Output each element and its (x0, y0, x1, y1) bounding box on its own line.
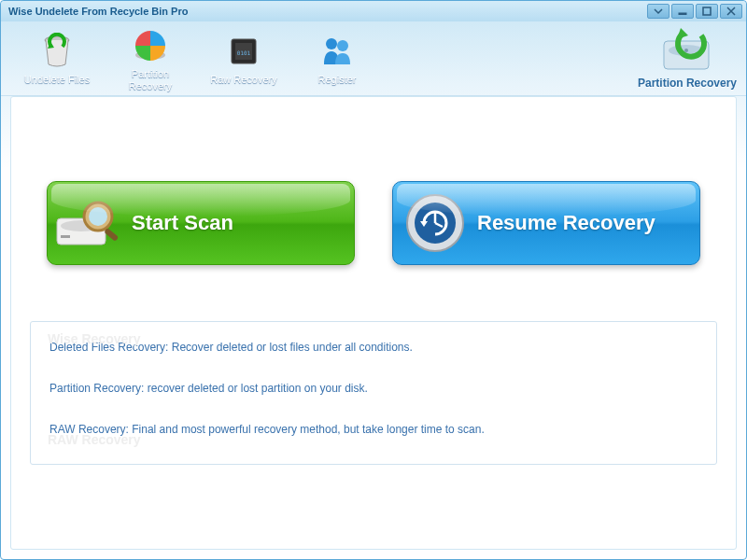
dropdown-button[interactable] (647, 4, 669, 19)
promo-label: Partition Recovery (638, 77, 737, 90)
toolbar-label: Raw Recovery (210, 74, 277, 85)
svg-rect-19 (104, 228, 119, 242)
toolbar-label: Undelete Files (24, 74, 90, 85)
svg-point-8 (326, 38, 337, 49)
svg-rect-0 (679, 13, 686, 15)
svg-rect-1 (703, 7, 711, 15)
start-scan-label: Start Scan (132, 211, 354, 235)
toolbar-label: Register (318, 74, 357, 85)
minimize-button[interactable] (671, 4, 694, 19)
window-controls (647, 4, 742, 19)
svg-rect-16 (61, 235, 70, 238)
toolbar-partition-recovery-promo[interactable]: Partition Recovery (638, 28, 737, 90)
history-icon (393, 191, 477, 255)
svg-text:0101: 0101 (237, 49, 251, 56)
toolbar-label: Partition Recovery (129, 68, 172, 91)
info-deleted-files: Deleted Files Recovery: Recover deleted … (49, 341, 698, 354)
toolbar-partition-recovery[interactable]: Partition Recovery (104, 25, 197, 91)
window-title: Wise Undelete From Recycle Bin Pro (8, 6, 188, 17)
action-buttons-row: Start Scan Resume Recovery (30, 181, 717, 265)
maximize-icon (702, 7, 712, 16)
svg-point-9 (337, 40, 348, 51)
toolbar-raw-recovery[interactable]: 0101 Raw Recovery (197, 31, 290, 85)
toolbar-register[interactable]: Register (290, 31, 384, 85)
toolbar-undelete-files[interactable]: Undelete Files (10, 31, 104, 85)
scan-icon (48, 194, 132, 252)
close-button[interactable] (720, 4, 742, 19)
info-box: Wise Recovery Deleted Files Recovery: Re… (30, 321, 717, 465)
content-panel: Start Scan Resume Recovery Wise R (10, 96, 737, 550)
close-icon (726, 7, 736, 16)
app-window: Wise Undelete From Recycle Bin Pro (0, 0, 747, 560)
ghost-text: RAW Recovery (48, 432, 141, 447)
people-icon (317, 31, 358, 72)
titlebar: Wise Undelete From Recycle Bin Pro (1, 1, 746, 21)
chevron-down-icon (654, 7, 663, 16)
toolbar: Undelete Files Partition Recovery 010 (1, 21, 746, 96)
disk-recovery-icon (658, 28, 716, 77)
info-partition: Partition Recovery: recover deleted or l… (49, 382, 698, 395)
ghost-text: Wise Recovery (48, 331, 140, 346)
svg-point-12 (684, 49, 688, 52)
svg-point-18 (89, 207, 107, 226)
chip-icon: 0101 (223, 31, 264, 72)
maximize-button[interactable] (696, 4, 718, 19)
start-scan-button[interactable]: Start Scan (47, 181, 355, 265)
recycle-bin-icon (36, 31, 78, 72)
info-raw: RAW Recovery: Final and most powerful re… (49, 423, 698, 436)
resume-recovery-button[interactable]: Resume Recovery (392, 181, 700, 265)
pie-chart-icon (130, 25, 171, 66)
resume-recovery-label: Resume Recovery (477, 211, 699, 235)
minimize-icon (678, 7, 687, 16)
